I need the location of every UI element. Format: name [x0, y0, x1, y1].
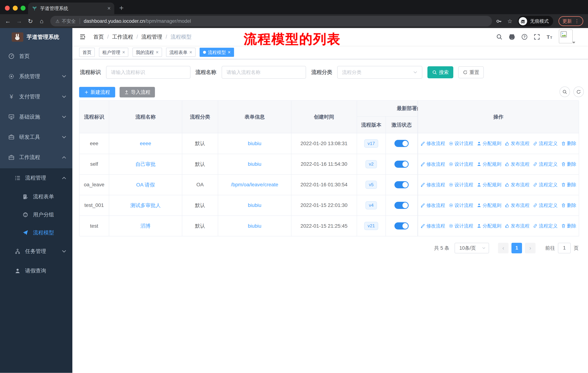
action-publish-hand-link[interactable]: 发布流程: [505, 140, 529, 147]
back-icon[interactable]: ←: [2, 18, 13, 25]
user-avatar[interactable]: [559, 30, 575, 44]
prev-page-button[interactable]: ‹: [498, 243, 509, 253]
import-process-button[interactable]: 导入流程: [120, 87, 155, 97]
update-label[interactable]: 更新: [562, 18, 572, 24]
tag-process-form[interactable]: 流程表单×: [166, 48, 196, 57]
action-design-gear-link[interactable]: 设计流程: [449, 223, 473, 229]
create-process-button[interactable]: 新建流程: [79, 87, 115, 97]
cell-process-name-link-text[interactable]: eeee: [140, 141, 151, 146]
sidebar-item-devtools[interactable]: 研发工具: [0, 127, 72, 147]
cell-form-link-text[interactable]: /bpm/oa/leave/create: [231, 182, 278, 188]
sidebar-item-workflow[interactable]: 工作流程: [0, 147, 72, 168]
cell-process-name-link-text[interactable]: 测试多审批人: [130, 202, 161, 209]
action-trash-link[interactable]: 删除: [561, 223, 576, 229]
cell-process-name-link[interactable]: eeee: [109, 133, 182, 154]
search-icon[interactable]: [496, 34, 503, 40]
sidebar-fold-icon[interactable]: [79, 33, 86, 40]
action-publish-hand-link[interactable]: 发布流程: [505, 202, 529, 209]
active-toggle[interactable]: [394, 181, 409, 188]
tag-my-process[interactable]: 我的流程×: [133, 48, 162, 57]
goto-page-input[interactable]: [558, 243, 571, 253]
tab-close-icon[interactable]: ×: [107, 5, 111, 12]
tag-close-icon[interactable]: ×: [122, 50, 125, 55]
action-pencil-link[interactable]: 修改流程: [420, 140, 445, 147]
cell-process-name-link-text[interactable]: OA 请假: [136, 181, 155, 188]
action-assign-user-link[interactable]: 分配规则: [477, 181, 501, 188]
breadcrumb-item[interactable]: 流程管理: [141, 33, 162, 40]
sidebar-item-process-form[interactable]: 流程表单: [0, 188, 72, 206]
action-pencil-link[interactable]: 修改流程: [420, 161, 445, 167]
cell-form-link-text[interactable]: biubiu: [248, 223, 261, 229]
toggle-search-button[interactable]: [560, 87, 570, 97]
window-controls[interactable]: [5, 6, 26, 10]
action-definition-link-link[interactable]: 流程定义: [533, 202, 557, 209]
filter-name-input[interactable]: [222, 66, 306, 79]
maximize-window-button[interactable]: [21, 6, 26, 10]
breadcrumb-item[interactable]: 首页: [93, 33, 104, 40]
active-toggle[interactable]: [394, 222, 409, 230]
close-window-button[interactable]: [5, 6, 10, 10]
page-number-active[interactable]: 1: [511, 243, 522, 253]
action-pencil-link[interactable]: 修改流程: [420, 223, 445, 229]
action-trash-link[interactable]: 删除: [561, 202, 576, 209]
action-assign-user-link[interactable]: 分配规则: [477, 223, 501, 229]
action-trash-link[interactable]: 删除: [561, 140, 576, 147]
tag-close-icon[interactable]: ×: [156, 50, 159, 55]
action-pencil-link[interactable]: 修改流程: [420, 202, 445, 209]
cell-form-link[interactable]: biubiu: [218, 195, 291, 216]
tag-home[interactable]: 首页: [79, 48, 95, 57]
active-toggle[interactable]: [394, 202, 409, 209]
fullscreen-icon[interactable]: [534, 34, 540, 40]
action-publish-hand-link[interactable]: 发布流程: [505, 181, 529, 188]
reload-icon[interactable]: ↻: [25, 18, 36, 25]
action-design-gear-link[interactable]: 设计流程: [449, 140, 473, 147]
tag-tenant[interactable]: 租户管理×: [99, 48, 128, 57]
new-tab-button[interactable]: +: [119, 3, 124, 13]
action-definition-link-link[interactable]: 流程定义: [533, 140, 557, 147]
action-definition-link-link[interactable]: 流程定义: [533, 161, 557, 167]
action-design-gear-link[interactable]: 设计流程: [449, 161, 473, 167]
security-label[interactable]: 不安全: [62, 18, 76, 24]
next-page-button[interactable]: ›: [525, 243, 536, 253]
browser-tab[interactable]: 芋道管理系统 ×: [28, 2, 114, 14]
sidebar-item-pay[interactable]: ¥ 支付管理: [0, 87, 72, 107]
sidebar-item-home[interactable]: 首页: [0, 46, 72, 66]
tag-close-icon[interactable]: ×: [189, 50, 192, 55]
cell-process-name-link-text[interactable]: 滔博: [140, 222, 151, 229]
cell-form-link[interactable]: /bpm/oa/leave/create: [218, 175, 291, 195]
action-publish-hand-link[interactable]: 发布流程: [505, 223, 529, 229]
cell-form-link-text[interactable]: biubiu: [248, 202, 261, 208]
sidebar-logo[interactable]: 芋道管理系统: [0, 28, 72, 46]
search-button[interactable]: 搜索: [427, 66, 453, 78]
action-assign-user-link[interactable]: 分配规则: [477, 161, 501, 167]
action-design-gear-link[interactable]: 设计流程: [449, 181, 473, 188]
cell-process-name-link[interactable]: 滔博: [109, 216, 182, 236]
font-size-icon[interactable]: [546, 33, 553, 40]
sidebar-item-infra[interactable]: 基础设施: [0, 107, 72, 127]
browser-menu-icon[interactable]: ⋮: [575, 18, 579, 24]
github-icon[interactable]: [509, 33, 515, 40]
refresh-table-button[interactable]: [573, 87, 584, 97]
cell-form-link[interactable]: biubiu: [218, 154, 291, 175]
cell-form-link-text[interactable]: biubiu: [248, 161, 261, 167]
key-icon[interactable]: [496, 18, 502, 24]
sidebar-item-task-manage[interactable]: 任务管理: [0, 242, 72, 261]
bookmark-star-icon[interactable]: ☆: [507, 18, 513, 25]
action-definition-link-link[interactable]: 流程定义: [533, 181, 557, 188]
action-pencil-link[interactable]: 修改流程: [420, 181, 445, 188]
cell-process-name-link[interactable]: 测试多审批人: [109, 195, 182, 216]
tag-close-icon[interactable]: ×: [228, 50, 231, 55]
help-icon[interactable]: [521, 34, 528, 40]
action-publish-hand-link[interactable]: 发布流程: [505, 161, 529, 167]
tag-process-model[interactable]: 流程模型×: [200, 48, 234, 57]
active-toggle[interactable]: [394, 140, 409, 147]
cell-process-name-link-text[interactable]: 自己审批: [136, 161, 156, 168]
action-definition-link-link[interactable]: 流程定义: [533, 223, 557, 229]
action-design-gear-link[interactable]: 设计流程: [449, 202, 473, 209]
cell-form-link[interactable]: biubiu: [218, 133, 291, 154]
sidebar-item-process-model[interactable]: 流程模型: [0, 224, 72, 242]
active-toggle[interactable]: [394, 161, 409, 168]
sidebar-item-user-group[interactable]: 用户分组: [0, 206, 72, 224]
filter-category-select[interactable]: 流程分类: [337, 66, 422, 79]
page-size-select[interactable]: 10条/页: [455, 243, 489, 253]
